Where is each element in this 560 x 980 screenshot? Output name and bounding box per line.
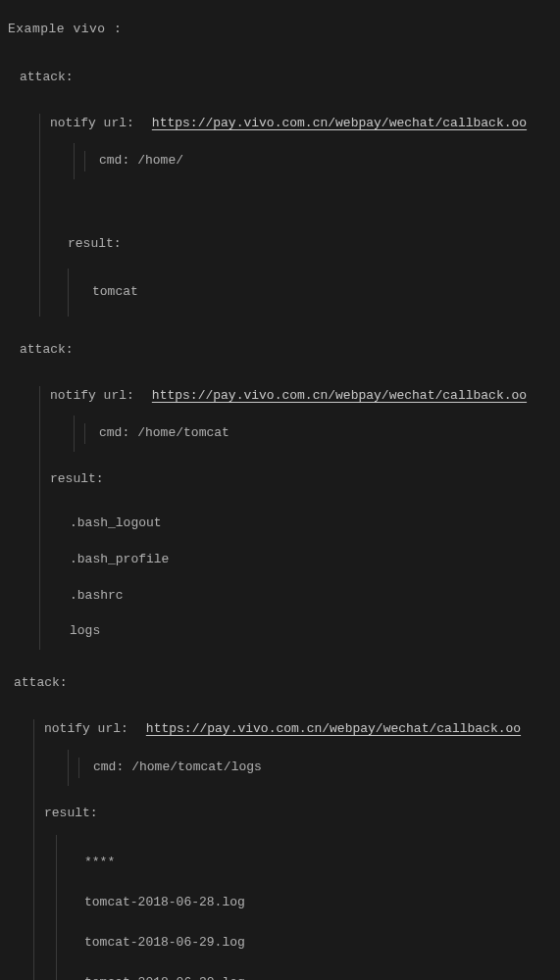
attack-label: attack: bbox=[14, 673, 552, 694]
result-item: tomcat-2018-06-28.log bbox=[84, 883, 552, 923]
result-item: tomcat-2018-06-29.log bbox=[84, 923, 552, 963]
notify-label: notify url: bbox=[50, 386, 134, 407]
cmd-value: /home/tomcat bbox=[137, 423, 229, 444]
cmd-inner: cmd: /home/tomcat/logs bbox=[78, 758, 262, 778]
result-item: **** bbox=[84, 843, 552, 883]
notify-url[interactable]: https://pay.vivo.com.cn/webpay/wechat/ca… bbox=[152, 386, 527, 407]
result-list: **** tomcat-2018-06-28.log tomcat-2018-0… bbox=[56, 835, 552, 980]
notify-row: notify url: https://pay.vivo.com.cn/webp… bbox=[50, 114, 552, 134]
notify-label: notify url: bbox=[50, 114, 134, 134]
cmd-row: cmd: /home/tomcat/logs bbox=[68, 750, 552, 786]
attack-body: notify url: https://pay.vivo.com.cn/webp… bbox=[39, 114, 552, 317]
attack-label: attack: bbox=[20, 340, 552, 361]
notify-row: notify url: https://pay.vivo.com.cn/webp… bbox=[44, 719, 552, 740]
result-item: .bashrc bbox=[70, 578, 552, 614]
notify-url[interactable]: https://pay.vivo.com.cn/webpay/wechat/ca… bbox=[152, 114, 527, 134]
attack-block-2: attack: notify url: https://pay.vivo.com… bbox=[20, 340, 552, 650]
cmd-inner: cmd: /home/ bbox=[84, 151, 183, 172]
attack-block-1: attack: notify url: https://pay.vivo.com… bbox=[20, 68, 552, 317]
result-item: .bash_profile bbox=[70, 542, 552, 578]
code-editor: Example vivo : attack: notify url: https… bbox=[0, 0, 560, 980]
result-label: result: bbox=[68, 234, 552, 255]
result-item: logs bbox=[70, 613, 552, 650]
cmd-label: cmd: bbox=[99, 151, 129, 172]
cmd-row: cmd: /home/tomcat bbox=[74, 416, 552, 452]
cmd-value: /home/ bbox=[137, 151, 183, 172]
notify-row: notify url: https://pay.vivo.com.cn/webp… bbox=[50, 386, 552, 407]
cmd-row: cmd: /home/ bbox=[74, 143, 552, 179]
attack-label: attack: bbox=[20, 68, 552, 88]
result-label: result: bbox=[44, 804, 552, 824]
cmd-label: cmd: bbox=[93, 758, 124, 778]
result-item: tomcat bbox=[92, 274, 552, 311]
result-item: tomcat-2018-06-30.log bbox=[84, 963, 552, 980]
attack-body: notify url: https://pay.vivo.com.cn/webp… bbox=[33, 719, 552, 980]
notify-url[interactable]: https://pay.vivo.com.cn/webpay/wechat/ca… bbox=[146, 719, 521, 740]
attack-body: notify url: https://pay.vivo.com.cn/webp… bbox=[39, 386, 552, 651]
example-title: Example vivo : bbox=[8, 20, 552, 40]
result-list: tomcat bbox=[68, 269, 552, 317]
cmd-label: cmd: bbox=[99, 423, 129, 444]
result-item: .bash_logout bbox=[70, 506, 552, 542]
result-label: result: bbox=[50, 469, 552, 490]
notify-label: notify url: bbox=[44, 719, 128, 740]
cmd-inner: cmd: /home/tomcat bbox=[84, 423, 229, 444]
cmd-value: /home/tomcat/logs bbox=[131, 758, 262, 778]
result-list: .bash_logout .bash_profile .bashrc logs bbox=[54, 506, 552, 650]
attack-block-3: attack: notify url: https://pay.vivo.com… bbox=[8, 673, 552, 980]
